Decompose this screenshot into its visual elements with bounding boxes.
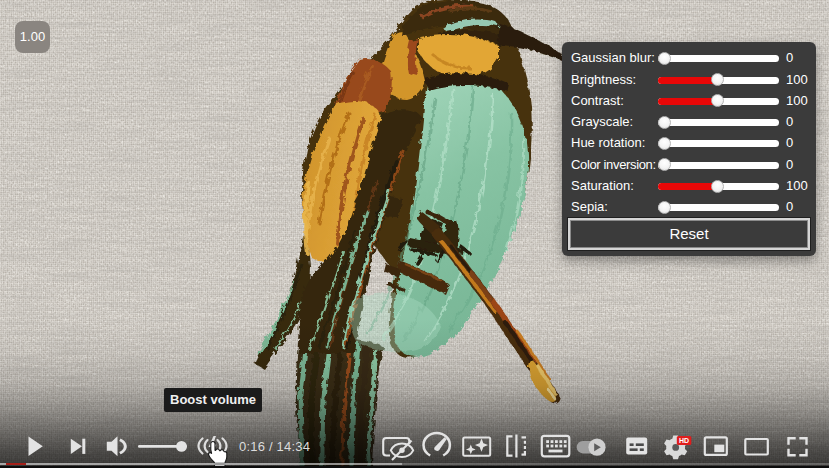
svg-text:HD: HD [679, 437, 689, 444]
